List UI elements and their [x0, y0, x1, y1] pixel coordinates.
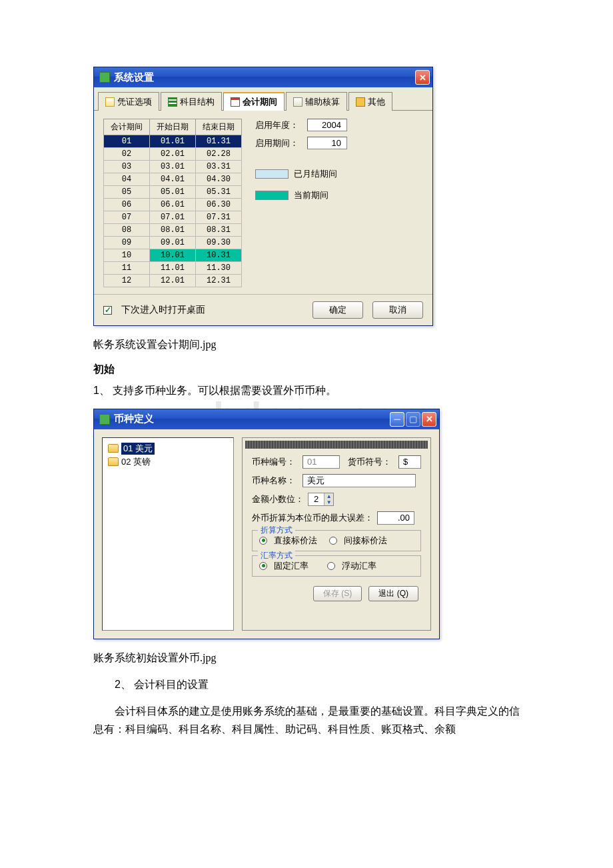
legend-current: 当前期间 — [294, 189, 328, 201]
group-title: 折算方式 — [258, 525, 295, 536]
maximize-button: ▢ — [406, 412, 420, 427]
cell-period: 12 — [104, 275, 150, 287]
cell-end: 11.30 — [196, 262, 242, 275]
folder-icon — [108, 444, 119, 453]
table-row[interactable]: 0404.0104.30 — [104, 173, 242, 186]
paragraph-3: 会计科目体系的建立是使用账务系统的基础，是最重要的基础设置。科目字典定义的信息有… — [93, 702, 520, 738]
ok-button[interactable]: 确定 — [312, 301, 363, 319]
table-row[interactable]: 0808.0108.31 — [104, 224, 242, 237]
group-conversion: 折算方式 直接标价法 间接标价法 — [252, 530, 421, 551]
error-label: 外币折算为本位币的最大误差： — [252, 512, 373, 524]
app-icon — [99, 414, 110, 425]
col-start: 开始日期 — [150, 119, 196, 135]
table-row[interactable]: 1010.0110.31 — [104, 249, 242, 262]
cell-start: 02.01 — [150, 148, 196, 161]
col-period: 会计期间 — [104, 119, 150, 135]
cell-end: 06.30 — [196, 199, 242, 211]
open-desktop-checkbox[interactable]: ✓ — [103, 306, 112, 315]
radio-float[interactable] — [327, 562, 335, 570]
var-icon — [356, 97, 365, 107]
tree-item-gbp[interactable]: 02 英镑 — [107, 455, 229, 469]
tab-subject[interactable]: 科目结构 — [161, 92, 222, 111]
caption-2: 账务系统初始设置外币.jpg — [93, 651, 520, 665]
name-label: 币种名称： — [252, 475, 299, 487]
close-button[interactable]: ✕ — [422, 412, 436, 427]
spinner-up-icon[interactable]: ▲ — [324, 493, 333, 499]
tab-label: 凭证选项 — [117, 96, 152, 108]
exit-button[interactable]: 退出 (Q) — [368, 586, 418, 601]
decimal-label: 金额小数位： — [252, 493, 304, 505]
radio-indirect[interactable] — [329, 537, 337, 545]
table-row[interactable]: 0101.0101.31 — [104, 135, 242, 148]
tab-aux[interactable]: 辅助核算 — [286, 92, 347, 111]
radio-direct[interactable] — [259, 537, 267, 545]
cell-start: 06.01 — [150, 199, 196, 211]
cell-period: 07 — [104, 211, 150, 224]
radio-label: 间接标价法 — [344, 535, 387, 547]
cell-start: 08.01 — [150, 224, 196, 237]
cell-period: 10 — [104, 249, 150, 262]
save-button: 保存 (S) — [313, 586, 362, 601]
tabbar: 凭证选项 科目结构 会计期间 辅助核算 其他 — [94, 87, 432, 111]
window-title: 系统设置 — [114, 71, 154, 84]
tab-period[interactable]: 会计期间 — [223, 92, 285, 111]
table-row[interactable]: 1111.0111.30 — [104, 262, 242, 275]
cell-end: 08.31 — [196, 224, 242, 237]
close-button[interactable]: ✕ — [415, 70, 430, 85]
cell-end: 03.31 — [196, 161, 242, 173]
table-row[interactable]: 0909.0109.30 — [104, 237, 242, 249]
tree-item-label: 01 美元 — [121, 443, 155, 455]
table-row[interactable]: 0707.0107.31 — [104, 211, 242, 224]
system-settings-dialog: 系统设置 ✕ 凭证选项 科目结构 会计期间 辅助核算 其他 — [93, 67, 433, 326]
currency-define-dialog: 币种定义 ─ ▢ ✕ 01 美元 02 英镑 币种编号： 货币符号： — [93, 409, 440, 639]
radio-fixed[interactable] — [259, 562, 267, 570]
table-row[interactable]: 0202.0102.28 — [104, 148, 242, 161]
paragraph-2: 2、 会计科目的设置 — [93, 676, 520, 693]
tab-label: 其他 — [368, 96, 385, 108]
cell-start: 09.01 — [150, 237, 196, 249]
tab-other[interactable]: 其他 — [348, 92, 392, 111]
code-input — [303, 455, 340, 469]
radio-label: 固定汇率 — [274, 560, 308, 572]
radio-label: 浮动汇率 — [342, 560, 376, 572]
dialog-footer: ✓ 下次进入时打开桌面 确定 取消 — [94, 294, 432, 325]
tree-item-usd[interactable]: 01 美元 — [107, 442, 229, 455]
titlebar[interactable]: 币种定义 ─ ▢ ✕ — [94, 409, 439, 429]
cell-period: 02 — [104, 148, 150, 161]
spinner-down-icon[interactable]: ▼ — [324, 499, 333, 505]
decimal-spinner[interactable]: 2 ▲ ▼ — [308, 493, 334, 506]
code-label: 币种编号： — [252, 456, 299, 468]
minimize-button[interactable]: ─ — [390, 412, 404, 427]
cell-end: 01.31 — [196, 135, 242, 148]
group-title: 汇率方式 — [258, 550, 295, 561]
table-row[interactable]: 0505.0105.31 — [104, 186, 242, 199]
tree-item-label: 02 英镑 — [121, 456, 151, 468]
cell-end: 02.28 — [196, 148, 242, 161]
period-table[interactable]: 会计期间 开始日期 结束日期 0101.0101.310202.0102.280… — [103, 119, 242, 287]
table-row[interactable]: 0303.0103.31 — [104, 161, 242, 173]
group-rate: 汇率方式 固定汇率 浮动汇率 — [252, 555, 421, 577]
name-input[interactable] — [303, 474, 416, 487]
spinner-value: 2 — [308, 493, 324, 505]
titlebar[interactable]: 系统设置 ✕ — [94, 67, 432, 87]
cell-end: 10.31 — [196, 249, 242, 262]
cell-end: 04.30 — [196, 173, 242, 186]
symbol-input[interactable] — [398, 455, 421, 469]
cell-period: 01 — [104, 135, 150, 148]
currency-tree[interactable]: 01 美元 02 英镑 — [102, 437, 234, 631]
swatch-current — [255, 191, 289, 200]
table-row[interactable]: 1212.0112.31 — [104, 275, 242, 287]
tree-icon — [168, 97, 177, 107]
tab-voucher[interactable]: 凭证选项 — [98, 92, 159, 111]
cell-start: 04.01 — [150, 173, 196, 186]
symbol-label: 货币符号： — [348, 456, 394, 468]
year-label: 启用年度： — [255, 119, 302, 131]
cell-period: 03 — [104, 161, 150, 173]
cell-start: 01.01 — [150, 135, 196, 148]
error-input[interactable] — [377, 511, 414, 525]
radio-label: 直接标价法 — [274, 535, 317, 547]
table-row[interactable]: 0606.0106.30 — [104, 199, 242, 211]
cancel-button[interactable]: 取消 — [372, 301, 423, 319]
tab-body: 会计期间 开始日期 结束日期 0101.0101.310202.0102.280… — [94, 111, 432, 294]
caption-1: 帐务系统设置会计期间.jpg — [93, 338, 520, 352]
